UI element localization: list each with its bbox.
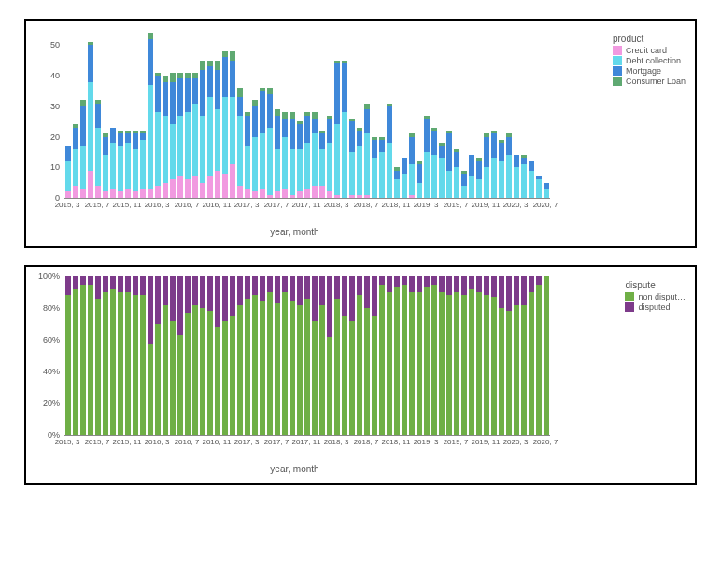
bar-segment: [282, 292, 288, 435]
bar-column: [282, 276, 288, 435]
bar-segment: [245, 299, 250, 435]
x-tick: 2018, 11: [381, 201, 410, 209]
bar-segment: [118, 292, 123, 435]
bar-segment: [357, 146, 362, 194]
bar-column: [118, 131, 123, 198]
bar-segment: [222, 276, 228, 321]
bar-segment: [476, 161, 482, 180]
bars-area: [64, 276, 550, 436]
bar-column: [73, 276, 78, 435]
bar-segment: [110, 128, 116, 143]
y-tick: 50: [35, 40, 60, 49]
bar-segment: [95, 128, 101, 186]
bar-segment: [514, 155, 519, 167]
bar-column: [461, 276, 467, 435]
bar-segment: [222, 57, 228, 97]
bar-segment: [372, 140, 377, 159]
bar-segment: [155, 186, 161, 198]
bar-segment: [125, 292, 131, 435]
bar-segment: [200, 61, 205, 70]
bar-segment: [364, 308, 370, 435]
bar-column: [402, 276, 407, 435]
legend-item: Consumer Loan: [613, 77, 686, 86]
bar-segment: [379, 140, 385, 152]
plot-area-bottom: number of complaints 0%20%40%60%80%100% …: [39, 276, 550, 474]
bar-segment: [177, 116, 183, 176]
bar-segment: [88, 171, 93, 198]
bar-segment: [402, 276, 407, 285]
bar-column: [177, 276, 183, 435]
bar-column: [215, 276, 220, 435]
bar-column: [372, 276, 377, 435]
bar-segment: [215, 327, 220, 435]
bar-segment: [536, 285, 542, 436]
bar-segment: [529, 292, 534, 435]
bar-segment: [110, 289, 116, 435]
bar-column: [215, 61, 220, 198]
x-ticks: 2015, 32015, 72015, 112016, 32016, 72016…: [64, 199, 549, 212]
bar-segment: [431, 131, 437, 155]
bar-segment: [88, 285, 93, 436]
bar-segment: [290, 195, 295, 198]
bar-segment: [170, 321, 176, 435]
bar-segment: [222, 321, 228, 435]
bar-segment: [461, 276, 467, 295]
bar-column: [529, 161, 534, 198]
bar-column: [342, 276, 347, 435]
bar-segment: [446, 171, 452, 198]
bar-segment: [140, 295, 146, 435]
bar-segment: [521, 164, 527, 198]
bar-segment: [207, 97, 213, 176]
legend-item: Mortgage: [613, 66, 686, 76]
bar-column: [222, 276, 228, 435]
bar-segment: [312, 186, 318, 198]
bar-segment: [103, 276, 108, 292]
bar-column: [73, 124, 78, 198]
bar-column: [260, 88, 265, 198]
bar-column: [394, 276, 400, 435]
bar-segment: [125, 143, 131, 189]
bar-segment: [65, 146, 71, 161]
bar-segment: [230, 276, 235, 316]
x-tick: 2015, 11: [112, 438, 141, 446]
bar-segment: [439, 158, 445, 198]
bar-segment: [252, 295, 258, 435]
bar-segment: [133, 191, 138, 198]
bar-column: [521, 276, 527, 435]
bar-segment: [446, 295, 452, 435]
bar-segment: [73, 276, 78, 289]
bar-segment: [73, 128, 78, 149]
bar-column: [163, 276, 168, 435]
bar-segment: [222, 97, 228, 174]
bar-column: [170, 73, 176, 198]
bar-segment: [88, 45, 93, 81]
bar-column: [476, 276, 482, 435]
bar-segment: [65, 295, 71, 435]
bar-segment: [133, 276, 138, 295]
bar-segment: [282, 276, 288, 292]
bar-column: [536, 176, 542, 198]
bar-column: [245, 112, 250, 198]
x-tick: 2019, 3: [414, 438, 439, 446]
bar-segment: [267, 276, 273, 292]
bar-segment: [319, 276, 325, 305]
bar-segment: [163, 82, 168, 116]
x-tick: 2018, 11: [381, 438, 410, 446]
bar-column: [417, 161, 422, 198]
bar-segment: [267, 195, 273, 198]
bar-segment: [409, 292, 415, 435]
bar-segment: [118, 146, 123, 191]
bar-segment: [469, 289, 474, 435]
bar-column: [506, 276, 512, 435]
bar-segment: [364, 195, 370, 198]
bar-segment: [207, 276, 213, 311]
bar-segment: [230, 51, 235, 61]
bar-segment: [334, 276, 340, 299]
x-tick: 2016, 3: [145, 201, 170, 209]
bar-segment: [103, 191, 108, 198]
bar-segment: [215, 276, 220, 327]
bar-segment: [275, 191, 280, 198]
bar-segment: [357, 276, 362, 295]
bar-column: [275, 109, 280, 198]
bar-column: [80, 276, 86, 435]
